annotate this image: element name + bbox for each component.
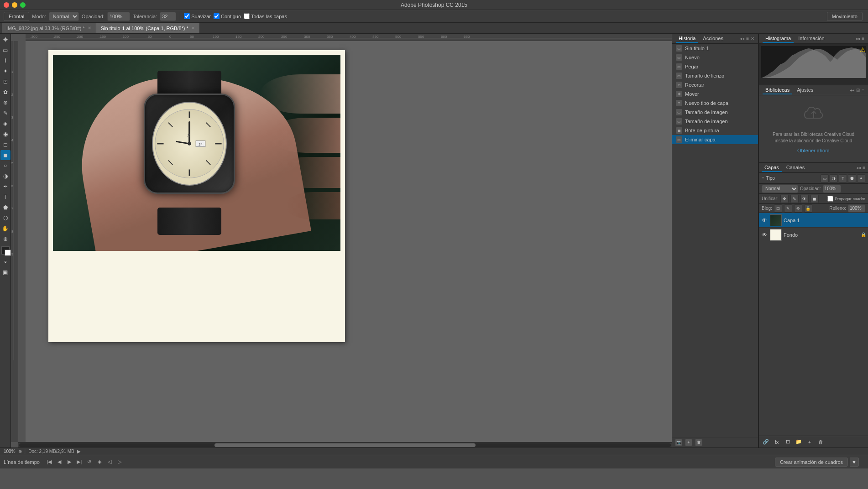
todas-capas-label[interactable]: Todas las capas [244, 13, 287, 19]
dodge-tool[interactable]: ◑ [0, 171, 10, 181]
magic-wand-tool[interactable]: ✦ [0, 66, 10, 76]
layer-visibility-1[interactable]: 👁 [761, 231, 768, 239]
unify-style[interactable]: ✎ [790, 195, 799, 203]
tl-paste[interactable]: ▷ [115, 458, 124, 466]
history-item-9[interactable]: ◼ Bote de pintura [672, 126, 758, 135]
tab-informacion[interactable]: Información [795, 35, 827, 43]
opacity-value-input[interactable] [823, 185, 841, 193]
libraries-link[interactable]: Obtener ahora [763, 148, 863, 153]
new-group-btn[interactable]: 📁 [795, 438, 803, 446]
tab-ajustes[interactable]: Ajustes [794, 86, 816, 94]
new-layer-btn[interactable]: + [805, 438, 814, 446]
brush-tool[interactable]: ✎ [0, 108, 10, 118]
movimiento-btn[interactable]: Movimiento [827, 12, 863, 21]
tab-close-1[interactable]: ✕ [191, 26, 195, 31]
clone-stamp-tool[interactable]: ◈ [0, 119, 10, 129]
unify-color[interactable]: ◼ [810, 195, 819, 203]
delete-layer-btn[interactable]: 🗑 [816, 438, 825, 446]
move-tool[interactable]: ✥ [0, 35, 10, 45]
filter-shape[interactable]: ⬟ [848, 174, 856, 182]
contiguo-checkbox[interactable] [214, 13, 220, 19]
propagar-label[interactable]: Propagar cuadro [827, 196, 865, 202]
text-tool[interactable]: T [0, 192, 10, 202]
history-item-5[interactable]: ✥ Mover [672, 89, 758, 99]
crop-tool[interactable]: ⊡ [0, 77, 10, 87]
doc-info-arrow[interactable]: ▶ [77, 449, 81, 454]
quick-mask-tool[interactable]: ⚬ [0, 257, 10, 267]
panel-ctrl-expand[interactable]: ◂◂ [740, 36, 744, 41]
screen-mode-tool[interactable]: ▣ [0, 267, 10, 277]
lock-all[interactable]: 🔒 [804, 204, 812, 213]
add-style-btn[interactable]: fx [773, 438, 781, 446]
filter-adjust[interactable]: ◑ [830, 174, 838, 182]
eyedropper-tool[interactable]: ✿ [0, 87, 10, 97]
propagar-checkbox[interactable] [827, 196, 833, 202]
lasso-tool[interactable]: ⌇ [0, 56, 10, 66]
add-mask-btn[interactable]: ⊡ [784, 438, 792, 446]
filter-smart[interactable]: ✦ [857, 174, 865, 182]
history-item-6[interactable]: T Nuevo tipo de capa [672, 99, 758, 108]
suavizar-checkbox[interactable] [184, 13, 190, 19]
zoom-tool[interactable]: ⊕ [0, 234, 10, 244]
histogram-expand[interactable]: ◂◂ [855, 36, 860, 41]
tl-next[interactable]: ▶| [75, 458, 84, 466]
suavizar-label[interactable]: Suavizar [184, 13, 211, 19]
layer-row-1[interactable]: 👁 Fondo 🔒 [759, 228, 868, 242]
shape-tool[interactable]: ⬟ [0, 203, 10, 213]
relleno-input[interactable] [848, 204, 865, 213]
panel-ctrl-menu[interactable]: ≡ [746, 36, 749, 41]
unify-visibility[interactable]: 👁 [800, 195, 809, 203]
todas-capas-checkbox[interactable] [244, 13, 250, 19]
history-item-1[interactable]: ▭ Nuevo [672, 53, 758, 62]
tab-acciones[interactable]: Acciones [700, 35, 726, 43]
opacity-input[interactable] [107, 12, 130, 21]
tl-loop[interactable]: ↺ [85, 458, 94, 466]
create-animation-arrow[interactable]: ▼ [850, 458, 859, 467]
3d-tool[interactable]: ⬡ [0, 213, 10, 223]
tab-historia[interactable]: Historia [676, 35, 698, 43]
lock-image[interactable]: ✎ [784, 204, 792, 213]
pen-tool[interactable]: ✒ [0, 182, 10, 192]
eraser-tool[interactable]: ◻ [0, 140, 10, 150]
new-snapshot-btn[interactable]: 📷 [675, 439, 682, 446]
libs-list[interactable]: ≡ [862, 88, 864, 93]
h-scrollbar[interactable] [18, 442, 672, 447]
history-brush-tool[interactable]: ◉ [0, 129, 10, 139]
canvas-container[interactable]: 24 # [26, 41, 672, 442]
history-item-3[interactable]: ▭ Tamaño de lienzo [672, 71, 758, 80]
layer-blend-select[interactable]: Normal Multiplicar Pantalla [762, 185, 798, 193]
tab-bibliotecas[interactable]: Bibliotecas [763, 86, 792, 94]
libs-expand[interactable]: ◂◂ [850, 88, 854, 93]
paint-bucket-tool[interactable]: ◼ [0, 150, 10, 160]
tab-canales[interactable]: Canales [784, 164, 807, 172]
scroll-thumb[interactable] [214, 443, 475, 447]
layers-menu[interactable]: ≡ [863, 165, 865, 170]
libs-grid[interactable]: ⊞ [856, 88, 860, 93]
histogram-menu[interactable]: ≡ [862, 36, 864, 41]
lock-move[interactable]: ✥ [794, 204, 802, 213]
history-item-2[interactable]: ▭ Pegar [672, 62, 758, 71]
layer-row-0[interactable]: 👁 Capa 1 [759, 213, 868, 228]
tolerancia-input[interactable] [160, 12, 176, 21]
create-animation-btn[interactable]: Crear animación de cuadros [775, 458, 848, 467]
tab-capas[interactable]: Capas [762, 164, 782, 172]
history-item-8[interactable]: ▭ Tamaño de imagen [672, 117, 758, 126]
tab-close-0[interactable]: ✕ [88, 26, 91, 31]
history-item-7[interactable]: ▭ Tamaño de imagen [672, 108, 758, 117]
lock-transparent[interactable]: ⊡ [774, 204, 782, 213]
tl-prev[interactable]: ◀ [55, 458, 63, 466]
patch-tool[interactable]: ⊕ [0, 98, 10, 108]
scroll-track[interactable] [19, 443, 671, 447]
blur-tool[interactable]: ○ [0, 161, 10, 171]
tl-play[interactable]: ▶ [65, 458, 73, 466]
tab-sintitulo[interactable]: Sin título-1 al 100% (Capa 1, RGB/8*) * … [96, 23, 200, 33]
history-item-10[interactable]: ▭ Eliminar capa [672, 135, 758, 144]
maximize-button[interactable] [20, 2, 26, 8]
filter-pixel[interactable]: ▭ [821, 174, 829, 182]
blend-mode-select[interactable]: Normal [49, 12, 79, 21]
contiguo-label[interactable]: Contiguo [214, 13, 241, 19]
tool-mode-btn[interactable]: Frontal [4, 12, 29, 21]
tl-start[interactable]: |◀ [45, 458, 53, 466]
tl-tween[interactable]: ◈ [95, 458, 104, 466]
rect-select-tool[interactable]: ▭ [0, 45, 10, 55]
